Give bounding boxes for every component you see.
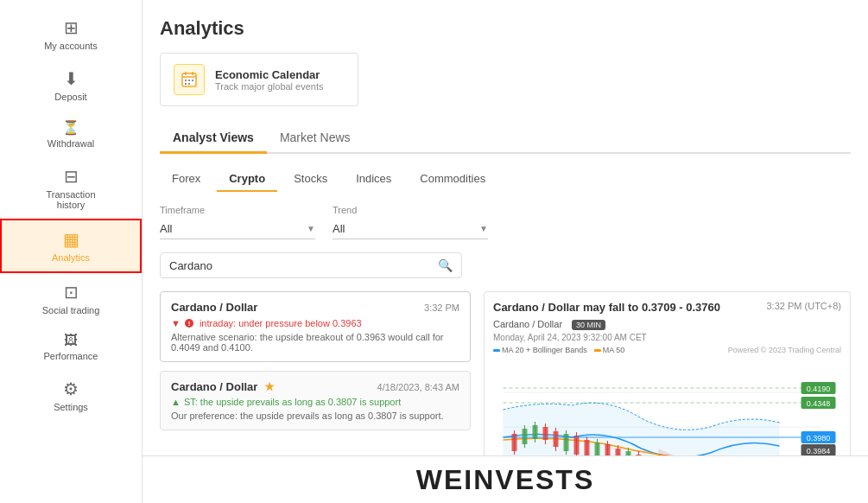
star-icon-2: ★ (264, 380, 275, 393)
filters-row: Timeframe All ▼ Trend All ▼ (160, 205, 851, 239)
result-time-2: 4/18/2023, 8:43 AM (377, 382, 459, 392)
legend-label-1: MA 20 + Bollinger Bands (502, 346, 587, 354)
chart-title-group: Cardano / Dollar may fall to 0.3709 - 0.… (493, 301, 720, 314)
brand-text: WEINVESTS (416, 464, 594, 496)
sidebar-label-settings: Settings (54, 402, 88, 412)
search-icon: 🔍 (438, 258, 453, 272)
main-tabs: Analyst Views Market News (160, 124, 851, 154)
economic-calendar-title: Economic Calendar (215, 68, 324, 81)
timeframe-label: Timeframe (160, 205, 315, 215)
trend-value: All (333, 222, 345, 235)
chart-subtitle: Cardano / Dollar (493, 319, 562, 329)
sidebar-label-withdrawal: Withdrawal (48, 138, 94, 149)
timeframe-arrow: ▼ (307, 224, 315, 233)
result-desc-2: Our preference: the upside prevails as l… (171, 411, 459, 421)
sidebar-item-transaction-history[interactable]: ⊟ Transactionhistory (0, 157, 142, 219)
sidebar-item-performance[interactable]: 🖼 Performance (0, 324, 142, 370)
result-badge-1: ▼ ! intraday: under pressure below 0.396… (171, 317, 459, 328)
sidebar-item-withdrawal[interactable]: ⏳ Withdrawal (0, 111, 142, 157)
sidebar-label-performance: Performance (44, 351, 98, 361)
transaction-icon: ⊟ (64, 166, 79, 187)
svg-text:0.4190: 0.4190 (807, 385, 831, 393)
category-tabs: Forex Crypto Stocks Indices Commodities (160, 167, 851, 192)
legend-item-2: MA 50 (594, 346, 625, 354)
sidebar-label-transaction-history: Transactionhistory (46, 189, 95, 210)
svg-text:0.3984: 0.3984 (807, 447, 831, 455)
svg-rect-2 (185, 72, 187, 75)
economic-calendar-text: Economic Calendar Track major global eve… (215, 68, 324, 92)
result-card-1-header: Cardano / Dollar 3:32 PM (171, 301, 459, 314)
svg-rect-4 (185, 80, 187, 81)
chart-header: Cardano / Dollar may fall to 0.3709 - 0.… (493, 301, 841, 314)
tab-market-news[interactable]: Market News (267, 124, 364, 154)
timeframe-select[interactable]: All ▼ (160, 219, 315, 239)
chart-attribution: Powered © 2023 Trading Central (728, 346, 841, 354)
chart-meta: Monday, April 24, 2023 9:32:00 AM CET (493, 333, 841, 342)
withdrawal-icon: ⏳ (62, 119, 79, 136)
sidebar-item-deposit[interactable]: ⬇ Deposit (0, 60, 142, 111)
up-icon-2: ▲ (171, 397, 181, 407)
result-title-2: Cardano / Dollar ★ (171, 380, 275, 393)
svg-text:!: ! (188, 320, 191, 328)
page-title: Analytics (160, 17, 851, 40)
cat-tab-commodities[interactable]: Commodities (408, 167, 497, 192)
sidebar-label-analytics: Analytics (52, 252, 90, 263)
trend-filter: Trend All ▼ (333, 205, 488, 239)
sidebar-label-deposit: Deposit (54, 92, 86, 102)
svg-rect-7 (185, 83, 187, 85)
result-desc-1: Alternative scenario: the upside breakou… (171, 332, 459, 353)
trend-select[interactable]: All ▼ (333, 219, 488, 239)
svg-rect-3 (192, 72, 193, 75)
branding-bar: WEINVESTS (143, 455, 868, 503)
legend-item-1: MA 20 + Bollinger Bands (493, 346, 587, 354)
result-card-1[interactable]: Cardano / Dollar 3:32 PM ▼ ! intraday: u… (160, 291, 471, 362)
sidebar-item-social-trading[interactable]: ⊡ Social trading (0, 273, 142, 324)
svg-text:0.4348: 0.4348 (807, 399, 831, 408)
sidebar-item-analytics[interactable]: ▦ Analytics (0, 219, 142, 273)
tab-analyst-views[interactable]: Analyst Views (160, 124, 267, 154)
legend-label-2: MA 50 (603, 346, 625, 354)
result-card-2[interactable]: Cardano / Dollar ★ 4/18/2023, 8:43 AM ▲ … (160, 371, 471, 430)
deposit-icon: ⬇ (64, 68, 79, 89)
economic-calendar-card[interactable]: Economic Calendar Track major global eve… (160, 53, 358, 106)
timeframe-badge: 30 MIN (572, 320, 605, 330)
performance-icon: 🖼 (64, 333, 78, 348)
sidebar-label-my-accounts: My accounts (44, 41, 98, 51)
result-badge-2: ▲ ST: the upside prevails as long as 0.3… (171, 397, 459, 407)
sidebar-item-my-accounts[interactable]: ⊞ My accounts (0, 9, 142, 60)
sidebar-label-social-trading: Social trading (42, 305, 100, 315)
svg-rect-6 (192, 80, 193, 81)
cat-tab-crypto[interactable]: Crypto (217, 167, 277, 192)
chart-legend: MA 20 + Bollinger Bands MA 50 Powered © … (493, 346, 841, 354)
chart-time: 3:32 PM (UTC+8) (767, 301, 842, 311)
cat-tab-stocks[interactable]: Stocks (282, 167, 339, 192)
grid-icon: ⊞ (64, 17, 79, 38)
cat-tab-forex[interactable]: Forex (160, 167, 212, 192)
svg-rect-8 (188, 83, 190, 85)
trend-label: Trend (333, 205, 488, 215)
cat-tab-indices[interactable]: Indices (344, 167, 403, 192)
social-trading-icon: ⊡ (64, 282, 79, 302)
search-bar: 🔍 (160, 252, 462, 278)
timeframe-value: All (160, 222, 172, 235)
badge-text-2: ST: the upside prevails as long as 0.380… (184, 397, 401, 407)
down-icon-1: ▼ (171, 318, 181, 328)
economic-calendar-subtitle: Track major global events (215, 81, 324, 92)
svg-text:0.3980: 0.3980 (807, 434, 831, 443)
settings-icon: ⚙ (63, 379, 79, 399)
badge-text-1: intraday: under pressure below 0.3963 (200, 318, 362, 328)
timeframe-filter: Timeframe All ▼ (160, 205, 315, 239)
calendar-icon (174, 64, 205, 95)
result-title-1: Cardano / Dollar (171, 301, 257, 314)
analytics-icon: ▦ (63, 229, 79, 250)
result-card-2-header: Cardano / Dollar ★ 4/18/2023, 8:43 AM (171, 380, 459, 393)
chart-title: Cardano / Dollar may fall to 0.3709 - 0.… (493, 301, 720, 314)
main-content: Analytics Economic Calendar Track major … (143, 0, 868, 503)
search-input[interactable] (169, 259, 438, 272)
svg-rect-5 (188, 80, 190, 81)
sidebar: ⊞ My accounts ⬇ Deposit ⏳ Withdrawal ⊟ T… (0, 0, 143, 503)
result-time-1: 3:32 PM (424, 302, 459, 313)
sidebar-item-settings[interactable]: ⚙ Settings (0, 370, 142, 421)
trend-arrow: ▼ (479, 224, 488, 233)
badge-down-1: ! (184, 317, 196, 328)
